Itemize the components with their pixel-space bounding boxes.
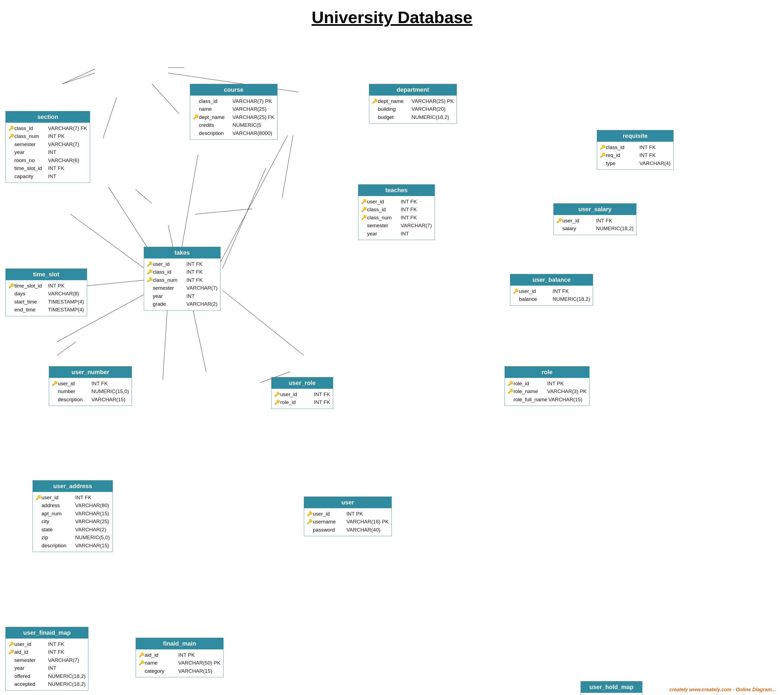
table-row: accepted NUMERIC(18,2) bbox=[8, 680, 86, 688]
field-name: apt_num bbox=[41, 510, 74, 517]
field-name: class_id bbox=[199, 97, 231, 105]
key-icon: 🔑 bbox=[600, 152, 606, 159]
field-type: NUMERIC(15,0) bbox=[91, 387, 129, 395]
table-row: budget NUMERIC(18,2) bbox=[372, 113, 454, 121]
field-name: number bbox=[58, 387, 91, 395]
table-row: time_slot_id INT FK bbox=[8, 164, 87, 172]
field-type: VARCHAR(20) bbox=[412, 105, 445, 113]
field-type: VARCHAR(2) bbox=[186, 300, 217, 308]
field-type: VARCHAR(15) bbox=[548, 396, 583, 403]
table-header-time_slot: time_slot bbox=[6, 269, 87, 280]
field-name: address bbox=[41, 502, 74, 509]
table-header-user_finaid_map: user_finaid_map bbox=[6, 627, 88, 639]
field-name: category bbox=[145, 667, 177, 675]
table-row: grade VARCHAR(2) bbox=[147, 300, 217, 308]
table-row: 🔑class_id VARCHAR(7) FK bbox=[8, 124, 87, 132]
field-type: VARCHAR(8) bbox=[48, 290, 79, 297]
key-icon: 🔑 bbox=[513, 288, 519, 295]
table-row: 🔑class_id INT FK bbox=[147, 268, 217, 276]
table-row: year INT bbox=[8, 664, 86, 672]
table-user_role: user_role🔑user_id INT FK🔑role_id INT FK bbox=[271, 377, 333, 409]
field-type: INT FK bbox=[314, 390, 330, 398]
field-type: VARCHAR(25) PK bbox=[412, 97, 454, 105]
table-row: year INT bbox=[147, 292, 217, 300]
table-row: 🔑class_id INT FK bbox=[361, 206, 432, 213]
table-header-section: section bbox=[6, 111, 90, 123]
table-time_slot: time_slot🔑time_slot_id INT PKdays VARCHA… bbox=[5, 269, 87, 316]
table-body-role: 🔑role_id INT PK🔑role_name VARCHAR(3) PKr… bbox=[505, 378, 589, 406]
table-row: 🔑name VARCHAR(50) PK bbox=[138, 659, 221, 667]
table-user: user🔑user_id INT PK🔑username VARCHAR(16)… bbox=[304, 497, 392, 536]
table-row: category VARCHAR(15) bbox=[138, 667, 221, 675]
key-icon: 🔑 bbox=[193, 114, 199, 121]
table-row: capacity INT bbox=[8, 172, 87, 180]
field-name: req_id bbox=[606, 151, 638, 159]
table-department: department🔑dept_name VARCHAR(25) PKbuild… bbox=[369, 84, 457, 124]
field-name: user_id bbox=[313, 510, 345, 518]
key-icon: 🔑 bbox=[147, 276, 153, 284]
field-type: INT FK bbox=[314, 398, 330, 406]
table-row: 🔑username VARCHAR(16) PK bbox=[307, 518, 389, 526]
field-name: semester bbox=[14, 140, 47, 148]
table-body-user_salary: 🔑user_id INT FKsalary NUMERIC(18,2) bbox=[554, 215, 636, 235]
field-name: user_id bbox=[367, 198, 400, 206]
table-header-requisite: requisite bbox=[597, 130, 673, 142]
table-row: 🔑class_num INT FK bbox=[147, 276, 217, 284]
table-row: salary NUMERIC(18,2) bbox=[557, 225, 633, 233]
table-row: 🔑user_id INT FK bbox=[147, 260, 217, 268]
svg-line-3 bbox=[63, 69, 95, 84]
table-row: name VARCHAR(25) bbox=[193, 105, 275, 113]
table-header-user_hold_map: user_hold_map bbox=[581, 682, 642, 693]
field-name: description bbox=[58, 396, 91, 403]
table-row: year INT bbox=[361, 229, 432, 238]
table-body-section: 🔑class_id VARCHAR(7) FK🔑class_num INT PK… bbox=[6, 123, 90, 182]
key-icon: 🔑 bbox=[52, 380, 58, 387]
field-type: VARCHAR(2) bbox=[75, 526, 106, 533]
field-type: NUMERIC(18,2) bbox=[48, 680, 86, 688]
key-icon: 🔑 bbox=[372, 98, 378, 105]
field-name: class_num bbox=[14, 132, 47, 140]
key-icon: 🔑 bbox=[307, 518, 313, 525]
field-type: NUMERIC(18,2) bbox=[412, 113, 449, 121]
field-name: year bbox=[153, 292, 185, 300]
table-row: building VARCHAR(20) bbox=[372, 105, 454, 113]
field-name: grade bbox=[153, 300, 185, 308]
key-icon: 🔑 bbox=[274, 399, 280, 406]
field-name: end_time bbox=[14, 306, 47, 314]
field-type: TIMESTAMP(4) bbox=[48, 298, 84, 306]
table-header-user_salary: user_salary bbox=[554, 204, 636, 215]
table-teaches: teaches🔑user_id INT FK🔑class_id INT FK🔑c… bbox=[358, 184, 435, 240]
field-name: class_id bbox=[367, 206, 400, 213]
key-icon: 🔑 bbox=[274, 391, 280, 398]
table-takes: takes🔑user_id INT FK🔑class_id INT FK🔑cla… bbox=[144, 247, 221, 310]
field-name: semester bbox=[367, 221, 400, 229]
table-row: 🔑user_id INT FK bbox=[361, 198, 432, 206]
table-course: courseclass_id VARCHAR(7) PKname VARCHAR… bbox=[190, 84, 278, 140]
field-type: VARCHAR(50) PK bbox=[178, 659, 221, 667]
field-name: start_time bbox=[14, 298, 47, 306]
table-row: 🔑aid_id INT FK bbox=[8, 648, 86, 656]
field-type: INT FK bbox=[186, 260, 203, 268]
field-name: semester bbox=[14, 656, 47, 664]
field-type: INT FK bbox=[48, 648, 64, 656]
field-name: semester bbox=[153, 284, 185, 292]
field-type: VARCHAR(15) bbox=[178, 667, 212, 675]
field-name: aid_id bbox=[145, 651, 177, 659]
svg-line-5 bbox=[152, 84, 179, 114]
table-row: 🔑user_id INT FK bbox=[8, 640, 86, 648]
key-icon: 🔑 bbox=[507, 380, 514, 387]
svg-line-0 bbox=[63, 73, 95, 84]
field-name: username bbox=[313, 518, 345, 526]
field-type: INT bbox=[48, 664, 56, 672]
key-icon: 🔑 bbox=[361, 206, 367, 213]
field-type: VARCHAR(15) bbox=[91, 396, 125, 403]
field-type: VARCHAR(7) bbox=[48, 140, 79, 148]
field-name: name bbox=[145, 659, 177, 667]
field-type: VARCHAR(25) bbox=[232, 105, 267, 113]
table-row: description VARCHAR(15) bbox=[52, 396, 129, 403]
key-icon: 🔑 bbox=[8, 125, 14, 132]
table-body-takes: 🔑user_id INT FK🔑class_id INT FK🔑class_nu… bbox=[144, 258, 220, 310]
table-row: class_id VARCHAR(7) PK bbox=[193, 97, 275, 105]
table-row: apt_num VARCHAR(15) bbox=[36, 510, 110, 517]
table-row: semester VARCHAR(7) bbox=[8, 656, 86, 664]
